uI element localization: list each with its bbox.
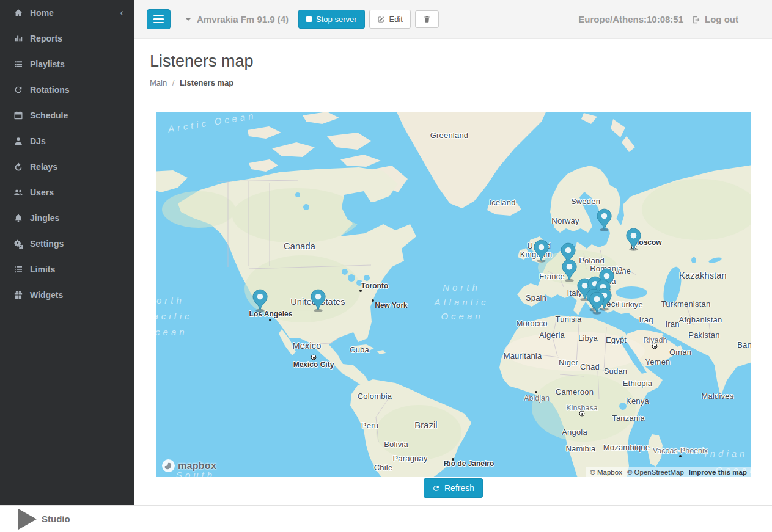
- sidebar-item-jingles[interactable]: Jingles: [0, 205, 134, 231]
- limits-icon: [12, 264, 24, 274]
- studio-brand-label: Studio: [42, 514, 70, 524]
- hamburger-menu-button[interactable]: [147, 9, 171, 29]
- page-title: Listeners map: [150, 52, 772, 71]
- delete-station-button[interactable]: [415, 10, 439, 28]
- refresh-icon: [432, 484, 440, 492]
- improve-map-link[interactable]: Improve this map: [689, 468, 747, 476]
- sign-out-icon[interactable]: [683, 14, 705, 24]
- sidebar-item-label: Schedule: [30, 111, 68, 120]
- sidebar-item-users[interactable]: Users: [0, 180, 134, 205]
- sidebar-item-label: Reports: [30, 34, 62, 43]
- sidebar-item-schedule[interactable]: Schedule: [0, 103, 134, 128]
- sidebar-item-label: Home: [30, 8, 54, 18]
- map-attribution: © Mapbox © OpenStreetMap Improve this ma…: [586, 467, 751, 477]
- sidebar-nav: Home‹ReportsPlaylistsRotationsScheduleDJ…: [0, 0, 134, 308]
- djs-icon: [12, 136, 24, 146]
- breadcrumb: Main / Listeners map: [150, 78, 772, 87]
- sidebar-item-label: Playlists: [30, 59, 65, 69]
- sidebar-item-limits[interactable]: Limits: [0, 257, 134, 282]
- users-icon: [12, 188, 24, 197]
- sidebar-item-label: Settings: [30, 239, 64, 249]
- listeners-map[interactable]: Arctic OceanNorthPacificOceanNorthAtlant…: [156, 112, 751, 477]
- rotations-icon: [12, 85, 24, 95]
- sidebar-item-playlists[interactable]: Playlists: [0, 51, 134, 77]
- relays-icon: [12, 162, 24, 172]
- sidebar-item-label: Users: [30, 188, 54, 197]
- stop-icon: [306, 16, 312, 22]
- settings-icon: [12, 239, 24, 249]
- listener-pin[interactable]: [589, 291, 605, 315]
- topbar-right: Europe/Athens:10:08:51 Log out: [578, 14, 738, 24]
- home-icon: [12, 8, 24, 18]
- sidebar-item-label: DJs: [30, 136, 46, 146]
- station-selector[interactable]: Amvrakia Fm 91.9 (4): [197, 14, 289, 24]
- pencil-square-icon: [377, 15, 385, 23]
- sidebar-item-label: Rotations: [30, 85, 70, 95]
- listener-pin[interactable]: [561, 259, 578, 282]
- station-dropdown-caret-icon[interactable]: [185, 18, 191, 21]
- breadcrumb-current: Listeners map: [180, 78, 233, 87]
- refresh-button[interactable]: Refresh: [424, 478, 483, 498]
- stop-server-button[interactable]: Stop server: [298, 10, 364, 29]
- sidebar-item-reports[interactable]: Reports: [0, 26, 134, 51]
- mapbox-logo-icon: [162, 459, 175, 472]
- listener-pin[interactable]: [310, 289, 326, 312]
- sidebar-item-relays[interactable]: Relays: [0, 154, 134, 180]
- topbar: Amvrakia Fm 91.9 (4) Stop server Edit Eu…: [134, 0, 772, 39]
- sidebar-item-label: Widgets: [30, 290, 63, 300]
- sidebar: Home‹ReportsPlaylistsRotationsScheduleDJ…: [0, 0, 134, 506]
- footer: Studio: [0, 505, 772, 532]
- widgets-icon: [12, 290, 24, 300]
- sidebar-item-widgets[interactable]: Widgets: [0, 282, 134, 308]
- sidebar-item-label: Relays: [30, 162, 57, 172]
- breadcrumb-main-link[interactable]: Main: [150, 78, 167, 87]
- breadcrumb-separator: /: [172, 78, 175, 87]
- mapbox-attribution-link[interactable]: © Mapbox: [590, 468, 622, 476]
- sidebar-item-home[interactable]: Home‹: [0, 0, 134, 26]
- playlists-icon: [12, 59, 24, 69]
- play-triangle-icon: [18, 509, 37, 530]
- trash-icon: [423, 15, 431, 23]
- listener-pin[interactable]: [625, 228, 642, 251]
- timezone-clock: Europe/Athens:10:08:51: [578, 14, 683, 24]
- main-content: Listeners map Main / Listeners map: [134, 40, 772, 532]
- listener-pin[interactable]: [252, 289, 268, 312]
- schedule-icon: [12, 111, 24, 120]
- studio-brand: Studio: [18, 509, 70, 530]
- logout-link[interactable]: Log out: [705, 14, 738, 24]
- sidebar-item-djs[interactable]: DJs: [0, 128, 134, 154]
- edit-station-button[interactable]: Edit: [369, 10, 411, 29]
- osm-attribution-link[interactable]: © OpenStreetMap: [627, 468, 684, 476]
- refresh-row: Refresh: [134, 478, 772, 498]
- mapbox-wordmark: mapbox: [178, 461, 216, 472]
- sidebar-item-label: Limits: [30, 264, 55, 274]
- mapbox-logo[interactable]: mapbox: [162, 459, 216, 472]
- chevron-left-icon: ‹: [120, 9, 123, 16]
- reports-icon: [12, 34, 24, 43]
- sidebar-item-settings[interactable]: Settings: [0, 231, 134, 257]
- sidebar-item-label: Jingles: [30, 213, 59, 223]
- listener-pin[interactable]: [533, 239, 550, 263]
- sidebar-item-rotations[interactable]: Rotations: [0, 77, 134, 103]
- world-map-canvas: [156, 112, 751, 477]
- header-divider: [134, 98, 772, 98]
- jingles-icon: [12, 213, 24, 223]
- listener-pin[interactable]: [596, 208, 612, 231]
- app-root: Home‹ReportsPlaylistsRotationsScheduleDJ…: [0, 0, 772, 532]
